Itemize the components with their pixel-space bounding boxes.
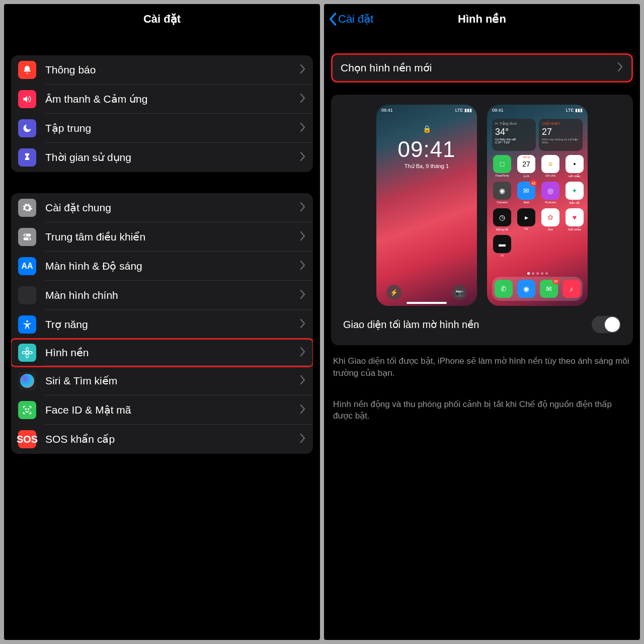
row-label: Face ID & Mật mã bbox=[45, 404, 300, 416]
row-label: Thông báo bbox=[45, 64, 300, 76]
settings-content[interactable]: Thông báo Âm thanh & Cảm ứng Tập trung T… bbox=[4, 34, 320, 640]
app-grid: □ FaceTime THỨ HAI27 Lịch ≡ Ghi chú • Lờ… bbox=[487, 151, 588, 261]
svg-point-6 bbox=[26, 348, 29, 351]
settings-row[interactable]: Trung tâm điều khiển bbox=[11, 222, 313, 252]
status-time: 09:41 bbox=[381, 108, 393, 113]
hourglass-icon bbox=[18, 148, 36, 167]
chevron-right-icon bbox=[300, 347, 306, 359]
chevron-left-icon bbox=[328, 12, 337, 26]
nav-title: Cài đặt bbox=[143, 13, 181, 26]
dock-app: ♪ bbox=[562, 280, 581, 298]
dock-app: ✆ bbox=[495, 280, 513, 298]
status-right: LTE ▮▮▮ bbox=[455, 108, 472, 113]
wallpaper-content[interactable]: Chọn hình nền mới 09:41LTE ▮▮▮ 🔒 09:41 T… bbox=[324, 34, 640, 640]
svg-point-10 bbox=[25, 409, 26, 410]
row-label: Âm thanh & Cảm ứng bbox=[45, 93, 300, 105]
settings-row[interactable]: Màn hình chính bbox=[11, 281, 313, 310]
siri-icon bbox=[18, 372, 36, 390]
svg-point-11 bbox=[28, 409, 29, 410]
camera-button: 📷 bbox=[452, 285, 467, 300]
app-icon: ✿ Ảnh bbox=[540, 208, 560, 231]
app-icon: ♥ Sức khỏe bbox=[565, 208, 585, 231]
chevron-right-icon bbox=[300, 433, 306, 445]
settings-group-2: Cài đặt chung Trung tâm điều khiển AA Mà… bbox=[11, 193, 313, 454]
bell-icon bbox=[18, 61, 36, 79]
moon-icon bbox=[18, 119, 36, 137]
row-label: Màn hình & Độ sáng bbox=[45, 260, 300, 272]
settings-screen: Cài đặt Thông báo Âm thanh & Cảm ứng Tập… bbox=[4, 4, 320, 640]
nav-bar: Cài đặt bbox=[4, 4, 320, 34]
page-dots bbox=[487, 272, 588, 275]
app-icon: • Lời nhắc bbox=[565, 155, 585, 178]
homescreen-preview[interactable]: 09:41LTE ▮▮▮ H. Trảng Bom 34° Có Mây Vài… bbox=[487, 105, 588, 306]
svg-point-7 bbox=[26, 354, 29, 358]
row-label: Cài đặt chung bbox=[45, 202, 300, 214]
accessibility-icon bbox=[18, 315, 36, 334]
app-icon: □ FaceTime bbox=[492, 155, 512, 178]
dim-wallpaper-switch[interactable] bbox=[592, 316, 621, 333]
settings-row[interactable]: Thông báo bbox=[11, 55, 313, 85]
app-icon: ▸ TV bbox=[516, 208, 536, 231]
footer-text-2: Hình nền động và thu phóng phối cảnh bị … bbox=[331, 398, 633, 423]
app-icon: ▬ Ví bbox=[492, 235, 512, 257]
lock-date: Thứ Ba, 9 tháng 1 bbox=[405, 163, 449, 170]
status-right: LTE ▮▮▮ bbox=[566, 108, 583, 113]
home-indicator bbox=[407, 302, 447, 304]
back-label: Cài đặt bbox=[338, 13, 373, 26]
svg-point-3 bbox=[28, 238, 30, 240]
row-label: Trung tâm điều khiển bbox=[45, 231, 300, 243]
settings-row[interactable]: SOS SOS khẩn cấp bbox=[11, 425, 313, 454]
choose-wallpaper-row[interactable]: Chọn hình nền mới bbox=[331, 53, 633, 83]
chevron-right-icon bbox=[300, 375, 306, 387]
row-label: Hình nền bbox=[45, 347, 300, 359]
settings-row[interactable]: Hình nền bbox=[11, 338, 313, 367]
row-label: Tập trung bbox=[45, 122, 300, 134]
settings-row[interactable]: Trợ năng bbox=[11, 310, 313, 339]
chevron-right-icon bbox=[617, 62, 623, 74]
settings-row[interactable]: Âm thanh & Cảm ứng bbox=[11, 85, 313, 114]
chevron-right-icon bbox=[300, 260, 306, 272]
settings-row[interactable]: Face ID & Mật mã bbox=[11, 395, 313, 425]
chevron-right-icon bbox=[300, 64, 306, 76]
back-button[interactable]: Cài đặt bbox=[328, 12, 373, 26]
settings-row[interactable]: AA Màn hình & Độ sáng bbox=[11, 252, 313, 281]
calendar-widget: CHỦ NHẬT 27 Hôm nay không có sự kiện khá… bbox=[539, 119, 583, 151]
settings-row[interactable]: Siri & Tìm kiếm bbox=[11, 366, 313, 395]
wallpaper-screen: Cài đặt Hình nền Chọn hình nền mới 09:41… bbox=[324, 4, 640, 640]
status-time: 09:41 bbox=[492, 108, 504, 113]
chevron-right-icon bbox=[300, 202, 306, 214]
svg-point-9 bbox=[29, 352, 32, 354]
footer-text-1: Khi Giao diện tối được bật, iPhone sẽ là… bbox=[331, 355, 633, 379]
chevron-right-icon bbox=[300, 151, 306, 164]
app-icon: ◉ Camera bbox=[492, 182, 512, 204]
weather-widget: H. Trảng Bom 34° Có Mây Vài nơi C:37° T:… bbox=[492, 119, 536, 151]
app-icon: ◷ Đồng hồ bbox=[492, 208, 512, 231]
gear-icon bbox=[18, 199, 36, 217]
nav-bar: Cài đặt Hình nền bbox=[324, 4, 640, 34]
lock-icon: 🔒 bbox=[423, 125, 431, 133]
row-label: Màn hình chính bbox=[45, 289, 300, 301]
dim-wallpaper-label: Giao diện tối làm mờ hình nền bbox=[343, 318, 479, 331]
app-icon: THỨ HAI27 Lịch bbox=[516, 155, 536, 178]
chevron-right-icon bbox=[300, 318, 306, 331]
settings-row[interactable]: Tập trung bbox=[11, 114, 313, 143]
row-label: Trợ năng bbox=[45, 318, 300, 331]
flower-icon bbox=[18, 344, 36, 362]
app-icon: ≡ Ghi chú bbox=[540, 155, 560, 178]
dock-app: ◉ bbox=[517, 280, 535, 298]
svg-point-8 bbox=[22, 352, 26, 354]
svg-point-4 bbox=[26, 320, 28, 323]
row-label: SOS khẩn cấp bbox=[45, 433, 300, 445]
settings-row[interactable]: Cài đặt chung bbox=[11, 193, 313, 222]
svg-point-5 bbox=[26, 351, 29, 354]
chevron-right-icon bbox=[300, 231, 306, 243]
switches-icon bbox=[18, 228, 36, 246]
grid-icon bbox=[18, 286, 36, 304]
lock-time: 09:41 bbox=[397, 137, 455, 162]
settings-row[interactable]: Thời gian sử dụng bbox=[11, 143, 313, 172]
svg-point-1 bbox=[25, 234, 27, 236]
speaker-icon bbox=[18, 90, 36, 108]
chevron-right-icon bbox=[300, 404, 306, 416]
lockscreen-preview[interactable]: 09:41LTE ▮▮▮ 🔒 09:41 Thứ Ba, 9 tháng 1 ⚡… bbox=[376, 105, 477, 306]
settings-group-1: Thông báo Âm thanh & Cảm ứng Tập trung T… bbox=[11, 55, 313, 172]
